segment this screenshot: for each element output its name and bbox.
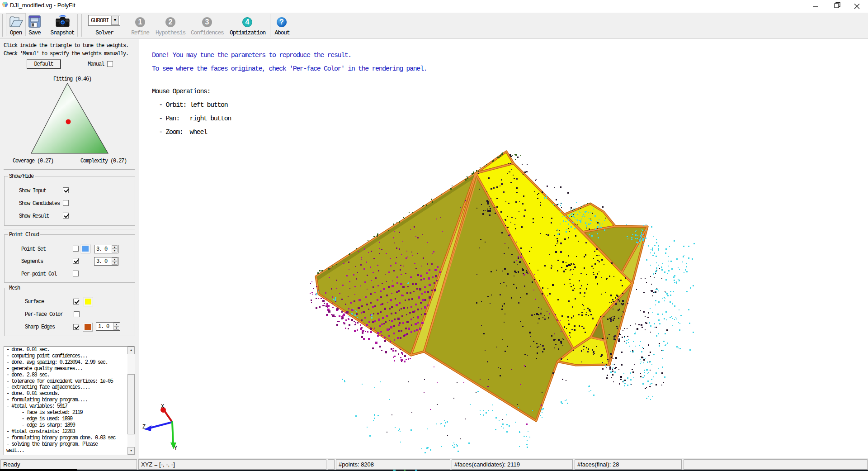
- svg-text:Y: Y: [174, 445, 177, 452]
- svg-text:Z: Z: [142, 424, 146, 430]
- svg-text:X: X: [161, 404, 164, 410]
